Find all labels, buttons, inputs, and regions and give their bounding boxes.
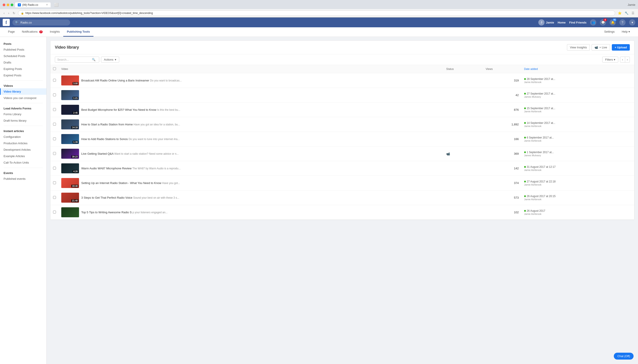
nav-notifications[interactable]: Notifications 7	[18, 27, 46, 36]
row-checkbox-cell[interactable]	[50, 205, 58, 220]
browser-tab[interactable]: f (99) Radio.co ✕	[15, 2, 50, 7]
video-cell[interactable]: 3:00 Broadcast AM Radio Online Using a B…	[58, 73, 444, 88]
row-checkbox-cell[interactable]	[50, 146, 58, 161]
address-bar[interactable]: 🔒 https://www.facebook.com/radiodotco/pu…	[18, 10, 615, 16]
select-all-header[interactable]	[50, 65, 58, 73]
video-cell[interactable]: 2:45 Best Budget Microphone for $25? Wha…	[58, 102, 444, 117]
table-row[interactable]: 2:45 Best Budget Microphone for $25? Wha…	[50, 102, 634, 117]
sidebar-item-draft-forms[interactable]: Draft forms library	[0, 118, 46, 124]
back-button[interactable]: ‹	[3, 10, 6, 16]
table-row[interactable]: 19:40 Setting Up an Internet Radio Stati…	[50, 176, 634, 190]
friends-button[interactable]: 👥	[590, 19, 596, 26]
close-window-button[interactable]	[3, 4, 5, 6]
sidebar-item-published-posts[interactable]: Published Posts	[0, 46, 46, 53]
col-header-date[interactable]: Date added	[522, 65, 634, 73]
facebook-search-input[interactable]	[20, 21, 65, 24]
sidebar-item-expired-posts[interactable]: Expired Posts	[0, 72, 46, 78]
help-button[interactable]: ?	[619, 19, 626, 26]
row-checkbox[interactable]	[53, 181, 56, 184]
facebook-user[interactable]: J Jamie	[538, 19, 554, 26]
row-checkbox-cell[interactable]	[50, 190, 58, 205]
video-cell[interactable]: 1:39 How to Add Radio Stations to Sonos …	[58, 132, 444, 146]
new-tab-button[interactable]: ⬜	[52, 2, 88, 8]
row-checkbox-cell[interactable]	[50, 73, 58, 88]
sidebar-item-video-library[interactable]: Video library	[0, 88, 46, 95]
live-button[interactable]: 📹 + Live	[592, 44, 610, 50]
video-search-input[interactable]	[57, 58, 90, 61]
video-cell[interactable]: Top 5 Tips to Writing Awesome Radio S p …	[58, 205, 444, 220]
tab-close-button[interactable]: ✕	[46, 3, 48, 6]
view-insights-button[interactable]: View Insights	[567, 44, 590, 50]
actions-button[interactable]: Actions ▾	[101, 56, 119, 62]
select-all-checkbox[interactable]	[53, 67, 56, 70]
row-checkbox[interactable]	[53, 138, 56, 140]
row-checkbox[interactable]	[53, 108, 56, 111]
row-checkbox-cell[interactable]	[50, 102, 58, 117]
row-checkbox[interactable]	[53, 167, 56, 170]
video-cell[interactable]: 1:21	[58, 88, 444, 102]
sidebar-item-example-articles[interactable]: Example Articles	[0, 153, 46, 159]
menu-icon[interactable]: ☰	[631, 10, 635, 16]
forward-button[interactable]: ›	[7, 10, 10, 16]
nav-insights[interactable]: Insights	[46, 27, 63, 36]
row-checkbox[interactable]	[53, 94, 56, 96]
sidebar-item-scheduled-posts[interactable]: Scheduled Posts	[0, 53, 46, 59]
table-row[interactable]: Top 5 Tips to Writing Awesome Radio S p …	[50, 205, 634, 220]
row-checkbox-cell[interactable]	[50, 161, 58, 176]
nav-home[interactable]: Home	[558, 21, 566, 24]
video-cell-content: 3:00 Broadcast AM Radio Online Using a B…	[61, 76, 441, 86]
filters-button[interactable]: Filters ▾	[602, 56, 618, 62]
sidebar-item-forms-library[interactable]: Forms Library	[0, 111, 46, 118]
sidebar-item-published-events[interactable]: Published events	[0, 176, 46, 182]
table-row[interactable]: 21:40 3 Steps to Get That Perfect Radio …	[50, 190, 634, 205]
facebook-search-box[interactable]: 🔍	[12, 20, 70, 26]
friends-icon-btn[interactable]: 👥	[590, 19, 596, 26]
video-search-box[interactable]: 🔍	[55, 56, 99, 62]
prev-page-button[interactable]: ‹	[620, 56, 625, 62]
chat-button[interactable]: Chat (Off)	[614, 353, 634, 360]
bookmark-icon[interactable]: ⭐	[617, 10, 622, 16]
refresh-button[interactable]: ↻	[12, 10, 16, 16]
row-checkbox[interactable]	[53, 152, 56, 155]
row-checkbox[interactable]	[53, 211, 56, 214]
sidebar-item-production-articles[interactable]: Production Articles	[0, 140, 46, 146]
next-page-button[interactable]: ›	[625, 56, 630, 62]
upload-button[interactable]: + Upload	[612, 44, 630, 50]
sidebar-item-videos-crosspost[interactable]: Videos you can crosspost	[0, 95, 46, 101]
table-row[interactable]: 14:18 How to Start a Radio Station from …	[50, 117, 634, 132]
video-cell[interactable]: 4:26 Warm Audio WA87 Microphone Review T…	[58, 161, 444, 176]
minimize-window-button[interactable]	[7, 4, 9, 6]
sidebar-item-configuration[interactable]: Configuration	[0, 134, 46, 140]
row-checkbox[interactable]	[53, 79, 56, 82]
video-cell[interactable]: 21:40 3 Steps to Get That Perfect Radio …	[58, 190, 444, 205]
sidebar-item-expiring-posts[interactable]: Expiring Posts	[0, 66, 46, 72]
row-checkbox-cell[interactable]	[50, 132, 58, 146]
row-checkbox-cell[interactable]	[50, 88, 58, 102]
video-cell[interactable]: 19:40 Setting Up an Internet Radio Stati…	[58, 176, 444, 190]
table-row[interactable]: 3:00 Broadcast AM Radio Online Using a B…	[50, 73, 634, 88]
table-row[interactable]: 1:39 How to Add Radio Stations to Sonos …	[50, 132, 634, 146]
table-row[interactable]: 1:21 42 27 September 2017 at... James Mu…	[50, 88, 634, 102]
maximize-window-button[interactable]	[11, 4, 13, 6]
video-info: Live Getting Started Q&A Want to start a…	[81, 152, 179, 155]
table-row[interactable]: 39:23 Live Getting Started Q&A Want to s…	[50, 146, 634, 161]
extensions-icon[interactable]: 🔧	[624, 10, 629, 16]
sidebar-item-drafts[interactable]: Drafts	[0, 59, 46, 66]
messages-icon-btn[interactable]: 💬 4	[600, 19, 606, 26]
nav-publishing-tools[interactable]: Publishing Tools	[63, 27, 94, 36]
nav-settings[interactable]: Settings	[601, 27, 618, 36]
account-menu-button[interactable]: ▾	[629, 19, 635, 26]
row-checkbox[interactable]	[53, 196, 56, 199]
nav-find-friends[interactable]: Find Friends	[569, 21, 586, 24]
video-cell[interactable]: 39:23 Live Getting Started Q&A Want to s…	[58, 146, 444, 161]
row-checkbox[interactable]	[53, 123, 56, 126]
notifications-icon-btn[interactable]: 🔔 95	[610, 19, 616, 26]
sidebar-item-cta-units[interactable]: Call-To-Action Units	[0, 159, 46, 166]
table-row[interactable]: 4:26 Warm Audio WA87 Microphone Review T…	[50, 161, 634, 176]
sidebar-item-development-articles[interactable]: Development Articles	[0, 146, 46, 153]
row-checkbox-cell[interactable]	[50, 176, 58, 190]
row-checkbox-cell[interactable]	[50, 117, 58, 132]
video-cell[interactable]: 14:18 How to Start a Radio Station from …	[58, 117, 444, 132]
nav-page[interactable]: Page	[4, 27, 18, 36]
nav-help[interactable]: Help ▾	[618, 27, 634, 36]
